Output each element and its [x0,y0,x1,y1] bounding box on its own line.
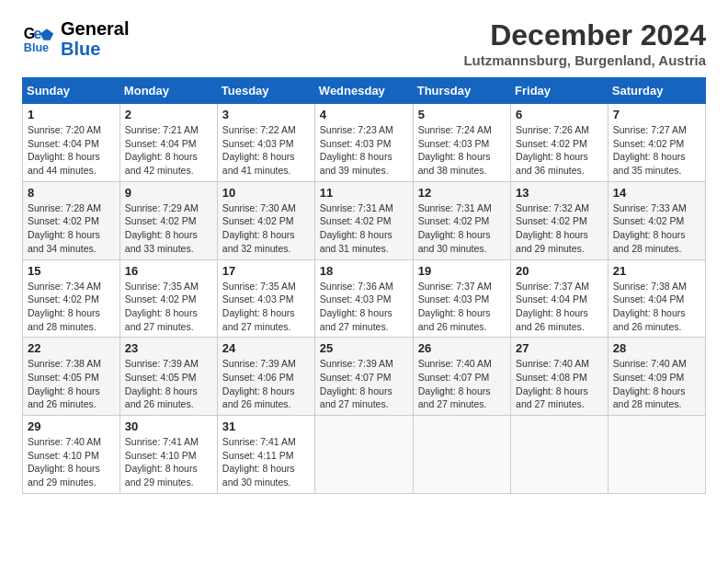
day-info: Sunrise: 7:32 AMSunset: 4:02 PMDaylight:… [516,201,603,256]
calendar-cell: 19Sunrise: 7:37 AMSunset: 4:03 PMDayligh… [413,259,510,338]
calendar-week-row: 15Sunrise: 7:34 AMSunset: 4:02 PMDayligh… [23,259,706,338]
calendar-cell: 23Sunrise: 7:39 AMSunset: 4:05 PMDayligh… [119,338,217,416]
calendar-cell: 6Sunrise: 7:26 AMSunset: 4:02 PMDaylight… [511,104,609,182]
day-info: Sunrise: 7:38 AMSunset: 4:05 PMDaylight:… [28,357,115,411]
calendar-cell: 21Sunrise: 7:38 AMSunset: 4:04 PMDayligh… [608,259,705,338]
calendar-cell: 15Sunrise: 7:34 AMSunset: 4:02 PMDayligh… [23,259,120,338]
day-info: Sunrise: 7:41 AMSunset: 4:10 PMDaylight:… [125,435,212,489]
day-info: Sunrise: 7:28 AMSunset: 4:02 PMDaylight:… [28,201,115,256]
calendar-cell [314,416,413,494]
day-info: Sunrise: 7:31 AMSunset: 4:02 PMDaylight:… [320,201,408,256]
day-number: 21 [613,264,700,278]
day-number: 30 [125,419,212,433]
weekday-header-wednesday: Wednesday [314,78,413,104]
day-number: 9 [125,186,212,200]
day-info: Sunrise: 7:34 AMSunset: 4:02 PMDaylight:… [28,280,115,334]
day-number: 18 [320,264,408,278]
calendar-cell: 22Sunrise: 7:38 AMSunset: 4:05 PMDayligh… [23,338,120,416]
day-number: 3 [222,108,310,121]
calendar-cell: 25Sunrise: 7:39 AMSunset: 4:07 PMDayligh… [314,338,413,416]
weekday-header-sunday: Sunday [23,78,120,104]
day-number: 27 [516,341,603,355]
weekday-header-friday: Friday [511,78,609,104]
calendar-cell [413,416,510,494]
calendar-cell: 5Sunrise: 7:24 AMSunset: 4:03 PMDaylight… [413,104,510,182]
day-info: Sunrise: 7:38 AMSunset: 4:04 PMDaylight:… [613,280,700,334]
calendar-cell: 14Sunrise: 7:33 AMSunset: 4:02 PMDayligh… [608,181,705,259]
day-number: 1 [28,108,115,121]
calendar-cell: 12Sunrise: 7:31 AMSunset: 4:02 PMDayligh… [413,181,510,259]
day-info: Sunrise: 7:31 AMSunset: 4:02 PMDaylight:… [418,201,506,256]
day-number: 17 [222,264,310,278]
calendar-cell [608,416,705,494]
day-info: Sunrise: 7:26 AMSunset: 4:02 PMDaylight:… [516,123,603,178]
weekday-header-thursday: Thursday [413,78,510,104]
calendar-cell: 18Sunrise: 7:36 AMSunset: 4:03 PMDayligh… [314,259,413,338]
calendar-week-row: 1Sunrise: 7:20 AMSunset: 4:04 PMDaylight… [23,104,706,182]
day-info: Sunrise: 7:30 AMSunset: 4:02 PMDaylight:… [222,201,310,256]
day-number: 28 [613,341,700,355]
day-info: Sunrise: 7:39 AMSunset: 4:05 PMDaylight:… [125,357,212,411]
calendar-cell: 17Sunrise: 7:35 AMSunset: 4:03 PMDayligh… [217,259,314,338]
weekday-header-row: SundayMondayTuesdayWednesdayThursdayFrid… [23,78,706,104]
day-info: Sunrise: 7:33 AMSunset: 4:02 PMDaylight:… [613,201,700,256]
location-title: Lutzmannsburg, Burgenland, Austria [463,52,706,68]
day-number: 8 [28,186,115,200]
day-info: Sunrise: 7:20 AMSunset: 4:04 PMDaylight:… [28,123,115,178]
logo: G e Blue GeneralBlue [22,18,129,59]
day-number: 16 [125,264,212,278]
day-info: Sunrise: 7:35 AMSunset: 4:02 PMDaylight:… [125,280,212,334]
day-number: 12 [418,186,506,200]
day-number: 2 [125,108,212,121]
day-number: 6 [516,108,603,121]
calendar-cell: 8Sunrise: 7:28 AMSunset: 4:02 PMDaylight… [23,181,120,259]
day-number: 23 [125,341,212,355]
day-info: Sunrise: 7:37 AMSunset: 4:04 PMDaylight:… [516,280,603,334]
day-info: Sunrise: 7:40 AMSunset: 4:07 PMDaylight:… [418,357,506,411]
day-number: 26 [418,341,506,355]
day-number: 20 [516,264,603,278]
calendar-cell: 4Sunrise: 7:23 AMSunset: 4:03 PMDaylight… [314,104,413,182]
calendar-week-row: 8Sunrise: 7:28 AMSunset: 4:02 PMDaylight… [23,181,706,259]
day-number: 7 [613,108,700,121]
title-section: December 2024 Lutzmannsburg, Burgenland,… [463,18,706,68]
calendar-table: SundayMondayTuesdayWednesdayThursdayFrid… [22,77,706,494]
day-info: Sunrise: 7:40 AMSunset: 4:08 PMDaylight:… [516,357,603,411]
day-info: Sunrise: 7:39 AMSunset: 4:07 PMDaylight:… [320,357,408,411]
weekday-header-saturday: Saturday [608,78,705,104]
calendar-cell: 3Sunrise: 7:22 AMSunset: 4:03 PMDaylight… [217,104,314,182]
logo-icon: G e Blue [22,22,55,55]
day-number: 15 [28,264,115,278]
day-info: Sunrise: 7:39 AMSunset: 4:06 PMDaylight:… [222,357,310,411]
day-number: 10 [222,186,310,200]
calendar-cell: 30Sunrise: 7:41 AMSunset: 4:10 PMDayligh… [119,416,217,494]
calendar-cell: 27Sunrise: 7:40 AMSunset: 4:08 PMDayligh… [511,338,609,416]
day-number: 14 [613,186,700,200]
day-number: 22 [28,341,115,355]
day-number: 13 [516,186,603,200]
calendar-cell: 29Sunrise: 7:40 AMSunset: 4:10 PMDayligh… [23,416,120,494]
calendar-cell: 26Sunrise: 7:40 AMSunset: 4:07 PMDayligh… [413,338,510,416]
day-info: Sunrise: 7:21 AMSunset: 4:04 PMDaylight:… [125,123,212,178]
weekday-header-tuesday: Tuesday [217,78,314,104]
calendar-cell: 7Sunrise: 7:27 AMSunset: 4:02 PMDaylight… [608,104,705,182]
calendar-cell: 1Sunrise: 7:20 AMSunset: 4:04 PMDaylight… [23,104,120,182]
calendar-week-row: 22Sunrise: 7:38 AMSunset: 4:05 PMDayligh… [23,338,706,416]
svg-text:Blue: Blue [24,41,49,54]
day-number: 19 [418,264,506,278]
logo-text: GeneralBlue [61,18,129,59]
day-info: Sunrise: 7:24 AMSunset: 4:03 PMDaylight:… [418,123,506,178]
svg-text:e: e [34,25,42,41]
calendar-week-row: 29Sunrise: 7:40 AMSunset: 4:10 PMDayligh… [23,416,706,494]
page-header: G e Blue GeneralBlue December 2024 Lutzm… [22,18,706,68]
calendar-cell: 28Sunrise: 7:40 AMSunset: 4:09 PMDayligh… [608,338,705,416]
day-number: 5 [418,108,506,121]
day-info: Sunrise: 7:29 AMSunset: 4:02 PMDaylight:… [125,201,212,256]
day-number: 31 [222,419,310,433]
day-info: Sunrise: 7:37 AMSunset: 4:03 PMDaylight:… [418,280,506,334]
day-number: 29 [28,419,115,433]
day-info: Sunrise: 7:23 AMSunset: 4:03 PMDaylight:… [320,123,408,178]
calendar-cell: 16Sunrise: 7:35 AMSunset: 4:02 PMDayligh… [119,259,217,338]
calendar-cell: 13Sunrise: 7:32 AMSunset: 4:02 PMDayligh… [511,181,609,259]
day-number: 25 [320,341,408,355]
